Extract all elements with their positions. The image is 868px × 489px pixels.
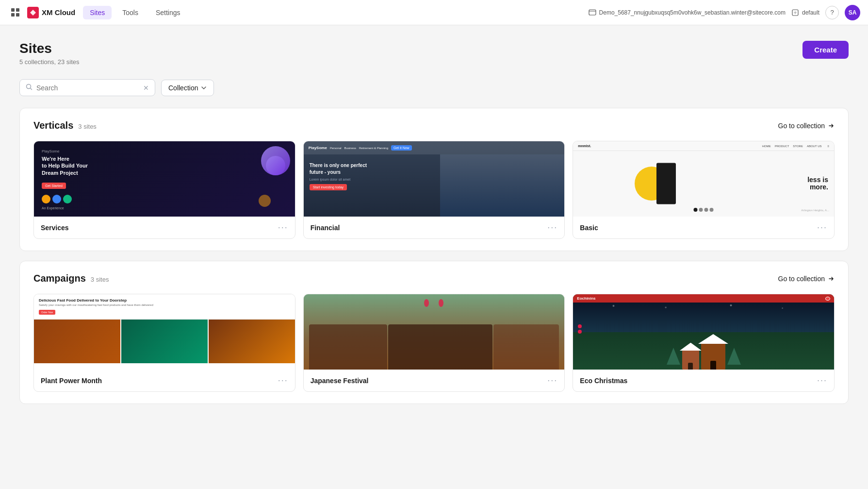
site-card-japanese-menu[interactable]: ··· [547, 375, 557, 386]
financial-sub: Lorem ipsum dolor sit amet [310, 178, 434, 181]
site-card-services-menu[interactable]: ··· [278, 222, 288, 233]
financial-bg-img [440, 154, 565, 217]
basic-nav-product: PRODUCT [775, 145, 789, 148]
svg-rect-3 [16, 13, 19, 17]
site-card-christmas[interactable]: Eochinins ❄ ❄ ❄ ❄ [573, 294, 835, 392]
collection-campaigns: Campaigns 3 sites Go to collection Delic… [19, 261, 849, 404]
lantern-2 [439, 299, 443, 307]
apps-icon[interactable] [8, 5, 23, 20]
financial-cta: Start investing today [310, 184, 347, 190]
financial-nav-cta: Get it Now [391, 145, 412, 151]
main-content: Sites 5 collections, 23 sites Create ✕ C… [0, 25, 868, 429]
default-selector[interactable]: default [791, 9, 819, 17]
baubles-left [578, 324, 582, 334]
logo: XM Cloud [27, 7, 75, 18]
house-1-door [688, 363, 693, 370]
circle-1 [42, 195, 50, 203]
page-title: Sites [19, 41, 80, 56]
site-card-plant-thumb: Delicious Fast Food Delivered to Your Do… [34, 294, 295, 370]
christmas-scene [573, 320, 834, 370]
financial-mock-nav: PlaySome Personal Business Retirement & … [304, 141, 565, 154]
site-card-japanese-name: Japanese Festival [311, 377, 369, 385]
basic-location: Arlington Heights, A... [801, 209, 829, 212]
collection-campaigns-count: 3 sites [91, 276, 109, 283]
default-label: default [802, 9, 819, 16]
filters-bar: ✕ Collection [19, 79, 849, 96]
site-card-financial-menu[interactable]: ··· [547, 222, 557, 233]
site-card-christmas-footer: Eco Christmas ··· [573, 370, 834, 391]
site-card-financial-name: Financial [311, 224, 340, 232]
search-input[interactable] [36, 84, 139, 92]
site-card-basic-thumb: mnmlst. HOME PRODUCT STORE ABOUT US ≡ [573, 141, 834, 217]
clear-search-icon[interactable]: ✕ [143, 84, 149, 92]
building-3 [493, 324, 558, 370]
site-card-basic-menu[interactable]: ··· [817, 222, 827, 233]
tab-tools[interactable]: Tools [115, 6, 145, 19]
plant-header: Delicious Fast Food Delivered to Your Do… [34, 294, 295, 320]
basic-mock: mnmlst. HOME PRODUCT STORE ABOUT US ≡ [573, 141, 834, 217]
site-card-plant-footer: Plant Power Month ··· [34, 370, 295, 391]
services-mock-cta: Get Started [42, 183, 66, 189]
site-card-services-name: Services [41, 224, 69, 232]
christmas-mock: Eochinins ❄ ❄ ❄ ❄ [573, 294, 834, 370]
collection-verticals-count: 3 sites [78, 123, 97, 130]
site-card-plant[interactable]: Delicious Fast Food Delivered to Your Do… [33, 294, 295, 392]
services-mock-brand: PlaySome [42, 149, 287, 153]
basic-content: less ismore. Arlington Heights, A... [573, 151, 834, 216]
tab-sites[interactable]: Sites [83, 6, 112, 19]
services-mock-headline: We're Hereto Help Build YourDream Projec… [42, 155, 287, 176]
site-card-financial-thumb: PlaySome Personal Business Retirement & … [304, 141, 565, 217]
site-card-plant-menu[interactable]: ··· [278, 375, 288, 386]
house-2-roof [698, 334, 728, 344]
snow-1: ❄ [612, 304, 615, 307]
circle-3 [63, 195, 72, 203]
site-card-services[interactable]: PlaySome We're Hereto Help Build YourDre… [33, 141, 295, 239]
christmas-nav: Eochinins [573, 294, 834, 303]
services-mock: PlaySome We're Hereto Help Build YourDre… [34, 141, 295, 217]
go-to-collection-verticals[interactable]: Go to collection [778, 122, 835, 130]
campaigns-title-group: Campaigns 3 sites [33, 273, 109, 284]
collection-campaigns-header: Campaigns 3 sites Go to collection [33, 273, 835, 284]
site-card-christmas-name: Eco Christmas [580, 377, 627, 385]
create-button[interactable]: Create [802, 41, 849, 59]
collection-verticals-title: Verticals [33, 120, 73, 131]
logo-text: XM Cloud [42, 8, 75, 17]
user-avatar[interactable]: SA [845, 5, 860, 20]
house-2 [701, 343, 725, 370]
orb-1 [266, 156, 285, 175]
christmas-brand: Eochinins [577, 296, 595, 301]
site-card-christmas-menu[interactable]: ··· [817, 375, 827, 386]
search-box: ✕ [19, 79, 155, 96]
japanese-lanterns [424, 299, 443, 307]
financial-headline: There is only one perfectfuture - yours [310, 162, 434, 176]
plant-food-grid [34, 320, 295, 363]
site-card-financial[interactable]: PlaySome Personal Business Retirement & … [303, 141, 565, 239]
services-mock-label: An Experience [42, 206, 287, 210]
bauble-1 [578, 324, 582, 328]
topnav-right: Demo_5687_nnujgubxuqsq5m0vohk6w_sebastia… [589, 5, 860, 20]
basic-nav-store: STORE [793, 145, 803, 148]
collection-filter-button[interactable]: Collection [161, 80, 214, 96]
food-3 [209, 320, 295, 363]
site-card-basic-footer: Basic ··· [573, 217, 834, 238]
financial-nav-3: Retirement & Planning [359, 147, 388, 150]
financial-brand: PlaySome [309, 146, 327, 150]
basic-dots [694, 208, 714, 212]
snow-4: ❄ [782, 307, 783, 309]
bauble-2 [578, 330, 582, 334]
japanese-buildings [304, 324, 565, 370]
house-1-roof [680, 343, 702, 351]
tree-left [667, 348, 680, 365]
env-selector[interactable]: Demo_5687_nnujgubxuqsq5m0vohk6w_sebastia… [589, 9, 786, 17]
site-card-services-thumb: PlaySome We're Hereto Help Build YourDre… [34, 141, 295, 217]
financial-mock: PlaySome Personal Business Retirement & … [304, 141, 565, 217]
site-card-basic[interactable]: mnmlst. HOME PRODUCT STORE ABOUT US ≡ [573, 141, 835, 239]
tree-right [727, 348, 741, 365]
dot-3 [704, 208, 708, 212]
food-2 [121, 320, 208, 363]
tab-settings[interactable]: Settings [149, 6, 187, 19]
help-button[interactable]: ? [825, 6, 839, 19]
financial-img-overlay [440, 154, 565, 217]
site-card-japanese[interactable]: Japanese Festival ··· [303, 294, 565, 392]
go-to-collection-campaigns[interactable]: Go to collection [778, 275, 835, 283]
